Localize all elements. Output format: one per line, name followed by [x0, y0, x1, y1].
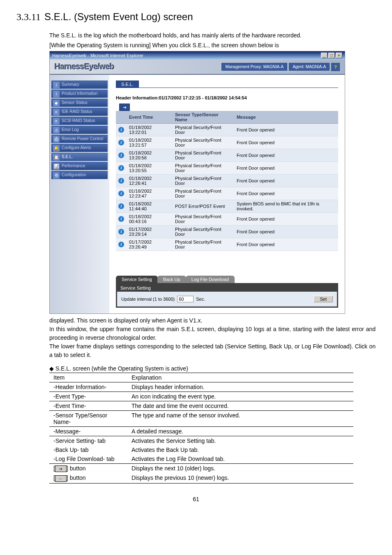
- column-message: Message: [234, 111, 338, 124]
- cell-sensor: Physical Security/Front Door: [173, 213, 234, 226]
- desc-row: -Header Information-Displays header info…: [49, 382, 353, 392]
- info-event-icon: i: [118, 216, 124, 222]
- sidebar-item-label: IDE RAID Status: [62, 109, 92, 114]
- desc-table-heading: ◆ S.E.L. screen (while the Operating Sys…: [49, 365, 376, 372]
- arrow-icon: ➔: [55, 465, 67, 472]
- sidebar-item-configuration[interactable]: ⚙Configuration: [51, 171, 108, 179]
- sidebar-item-label: S.E.L.: [62, 154, 73, 159]
- next-page-button[interactable]: ➔: [119, 104, 130, 111]
- sidebar-item-label: Product Information: [62, 91, 97, 96]
- info-event-icon: i: [118, 127, 124, 133]
- service-setting-label: Service Setting: [117, 284, 337, 292]
- interval-input[interactable]: [177, 296, 194, 302]
- table-row: i01/18/2002 11:44:40POST Error/POST Even…: [116, 200, 338, 213]
- cell-message: Front Door opened: [234, 187, 338, 200]
- cell-message: Front Door opened: [234, 162, 338, 175]
- sidebar-item-label: Configure Alerts: [62, 145, 91, 150]
- cell-message: Front Door opened: [234, 136, 338, 149]
- screenshot: HarnessEye/web - Microsoft Internet Expl…: [49, 51, 345, 314]
- management-proxy-label: Management Proxy: MAGNIA-A: [221, 63, 287, 71]
- sidebar-item-label: Performance: [62, 164, 85, 168]
- cell-message: Front Door opened: [234, 226, 338, 238]
- table-row: i01/17/2002 23:26:49Physical Security/Fr…: [116, 238, 338, 251]
- cell-message: Front Door opened: [234, 213, 338, 226]
- post-p1: displayed. This screen is displayed only…: [49, 316, 376, 325]
- sidebar-item-label: Summary: [62, 82, 79, 87]
- desc-explanation: Displays the previous 10 (newer) logs.: [127, 473, 353, 483]
- desc-item: -Header Information-: [49, 382, 127, 392]
- intro-p2: [While the Operating System is running] …: [49, 41, 376, 50]
- section-number: 3.3.11: [16, 12, 41, 22]
- sidebar-item-remote-power[interactable]: ⏻Remote Power Control: [51, 135, 108, 143]
- section-heading: 3.3.11 S.E.L. (System Event Log) screen: [16, 8, 376, 23]
- panel-title: S.E.L.: [116, 81, 139, 88]
- main-panel: S.E.L. Header Information:01/17/2002 17:…: [109, 75, 345, 313]
- table-row: i01/18/2002 13:20:58Physical Security/Fr…: [116, 149, 338, 162]
- sidebar-item-scsi-raid[interactable]: ≡SCSI RAID Status: [51, 117, 108, 125]
- info-event-icon: i: [118, 191, 124, 196]
- help-icon[interactable]: ?: [331, 63, 340, 71]
- intro-text: The S.E.L. is the log which the motherbo…: [49, 32, 376, 49]
- desc-row: [➔] buttonDisplays the next 10 (older) l…: [49, 464, 353, 474]
- tab-log-file-download[interactable]: Log File Download: [186, 276, 235, 283]
- sidebar-item-sensor-status[interactable]: ◆Sensor Status: [51, 99, 108, 107]
- cell-event-time: 01/18/2002 11:44:40: [127, 200, 173, 213]
- page-number: 61: [16, 496, 376, 502]
- minimize-icon[interactable]: _: [321, 53, 327, 58]
- table-row: i01/18/2002 12:23:47Physical Security/Fr…: [116, 187, 338, 200]
- sidebar-item-summary[interactable]: iSummary: [51, 81, 108, 89]
- desc-explanation: An icon indicating the event type.: [127, 392, 353, 401]
- tab-back-up[interactable]: Back Up: [157, 276, 186, 283]
- desc-explanation: The date and time the event occurred.: [127, 401, 353, 411]
- info-event-icon: i: [118, 242, 124, 247]
- table-row: i01/17/2002 23:29:14Physical Security/Fr…: [116, 226, 338, 238]
- cell-event-time: 01/18/2002 12:26:41: [127, 175, 173, 187]
- cell-event-time: 01/18/2002 13:22:01: [127, 124, 173, 136]
- sidebar-item-ide-raid[interactable]: ≡IDE RAID Status: [51, 108, 108, 116]
- description-table: Item Explanation -Header Information-Dis…: [49, 373, 353, 484]
- cell-sensor: POST Error/POST Event: [173, 200, 234, 213]
- table-row: i01/18/2002 13:22:01Physical Security/Fr…: [116, 124, 338, 136]
- power-icon: ⏻: [53, 136, 60, 143]
- scsi-icon: ≡: [53, 118, 60, 124]
- sidebar: iSummary iProduct Information ◆Sensor St…: [50, 75, 109, 313]
- post-screenshot-text: displayed. This screen is displayed only…: [49, 316, 376, 359]
- cell-sensor: Physical Security/Front Door: [173, 149, 234, 162]
- info-event-icon: i: [118, 229, 124, 235]
- desc-item: [←] button: [49, 473, 127, 483]
- cell-sensor: Physical Security/Front Door: [173, 187, 234, 200]
- post-p2: In this window, the upper frame contains…: [49, 325, 376, 342]
- table-row: i01/18/2002 13:21:57Physical Security/Fr…: [116, 136, 338, 149]
- sidebar-item-configure-alerts[interactable]: 🔔Configure Alerts: [51, 144, 108, 152]
- desc-item: -Sensor Type/Sensor Name-: [49, 411, 127, 427]
- desc-row: -Sensor Type/Sensor Name-The type and na…: [49, 411, 353, 427]
- tab-service-setting[interactable]: Service Setting: [116, 276, 158, 283]
- desc-explanation: Activates the Back Up tab.: [127, 445, 353, 454]
- interval-label: Update interval (1 to 3600): [121, 297, 175, 302]
- cell-event-time: 01/18/2002 12:23:47: [127, 187, 173, 200]
- maximize-icon[interactable]: □: [328, 53, 335, 58]
- close-icon[interactable]: ×: [336, 53, 342, 58]
- cell-event-time: 01/18/2002 00:43:16: [127, 213, 173, 226]
- column-event-time: Event Time: [127, 111, 173, 124]
- desc-item: -Log File Download- tab: [49, 454, 127, 464]
- sidebar-item-performance[interactable]: 📊Performance: [51, 162, 108, 170]
- info-event-icon: i: [118, 178, 124, 184]
- sidebar-item-sel[interactable]: 📋S.E.L.: [51, 153, 108, 161]
- intro-p1: The S.E.L. is the log which the motherbo…: [49, 32, 376, 40]
- sidebar-item-label: Configuration: [62, 173, 86, 177]
- section-title: S.E.L. (System Event Log) screen: [44, 11, 193, 22]
- bell-icon: 🔔: [53, 145, 60, 152]
- sidebar-item-error-log[interactable]: ⚠Error Log: [51, 126, 108, 134]
- sidebar-item-label: Remote Power Control: [62, 136, 103, 141]
- sidebar-item-product-info[interactable]: iProduct Information: [51, 90, 108, 98]
- set-button[interactable]: Set: [314, 296, 333, 302]
- desc-item: -Back Up- tab: [49, 445, 127, 454]
- service-setting-panel: Service Setting Update interval (1 to 36…: [116, 283, 338, 308]
- desc-col-explanation: Explanation: [127, 373, 353, 382]
- window-title: HarnessEye/web - Microsoft Internet Expl…: [52, 53, 143, 58]
- info-event-icon: i: [118, 140, 124, 145]
- sensor-icon: ◆: [53, 100, 60, 106]
- sidebar-item-label: Error Log: [62, 127, 79, 132]
- cell-sensor: Physical Security/Front Door: [173, 136, 234, 149]
